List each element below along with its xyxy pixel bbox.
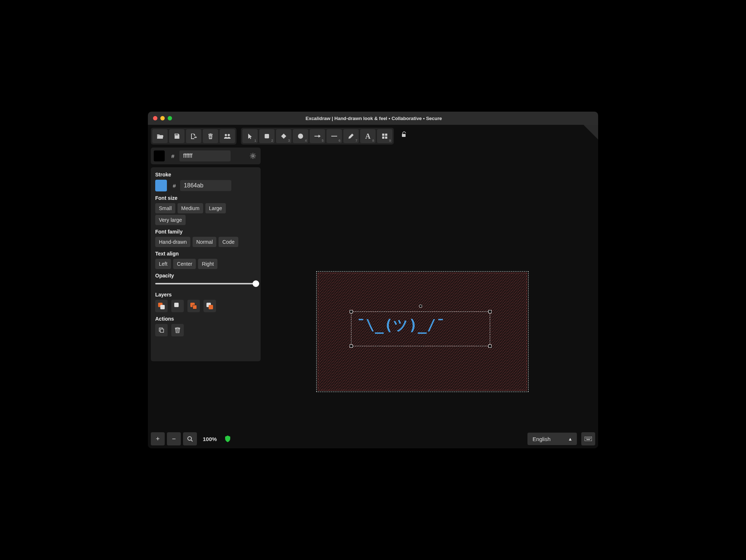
maximize-window[interactable] <box>168 116 172 120</box>
tool-number: 5 <box>322 139 324 142</box>
tool-library[interactable]: 9 <box>377 129 392 143</box>
svg-rect-28 <box>586 439 590 440</box>
bottom-bar: + − 100% English ▴ <box>151 432 595 445</box>
tool-toolbar: 1 2 3 4 5 <box>241 128 394 145</box>
tool-number: 2 <box>271 139 273 142</box>
zoom-out-button[interactable]: − <box>167 432 181 445</box>
svg-rect-2 <box>211 136 212 138</box>
tool-number: 1 <box>254 139 256 142</box>
collaborate-button[interactable] <box>220 129 235 143</box>
minimize-window[interactable] <box>160 116 165 120</box>
tool-number: 8 <box>372 139 374 142</box>
tool-draw[interactable]: 7 <box>343 129 359 143</box>
svg-rect-9 <box>382 134 384 136</box>
svg-rect-27 <box>590 438 591 438</box>
language-label: English <box>533 436 551 442</box>
top-bar: 1 2 3 4 5 <box>148 125 598 148</box>
tool-diamond[interactable]: 3 <box>276 129 291 143</box>
svg-rect-25 <box>588 438 589 438</box>
svg-rect-24 <box>587 438 588 438</box>
zoom-in-button[interactable]: + <box>151 432 165 445</box>
github-corner[interactable] <box>583 125 598 139</box>
resize-handle-sw[interactable] <box>350 344 353 348</box>
tool-number: 9 <box>389 139 391 142</box>
tool-ellipse[interactable]: 4 <box>293 129 308 143</box>
tool-number: 3 <box>288 139 290 142</box>
tool-number: 6 <box>339 139 340 142</box>
tool-text[interactable]: A 8 <box>360 129 376 143</box>
rotation-handle[interactable] <box>419 305 422 308</box>
svg-rect-26 <box>589 438 590 438</box>
zoom-value: 100% <box>199 436 220 442</box>
open-button[interactable] <box>152 129 168 143</box>
svg-point-6 <box>298 134 303 139</box>
svg-rect-0 <box>210 136 210 138</box>
svg-rect-1 <box>210 136 211 138</box>
text-element[interactable]: ¯\_(ツ)_/¯ <box>357 315 445 335</box>
keyboard-shortcuts-button[interactable] <box>581 432 595 445</box>
titlebar: Excalidraw | Hand-drawn look & feel • Co… <box>148 112 598 125</box>
traffic-lights <box>153 116 172 120</box>
svg-rect-12 <box>385 137 387 139</box>
tool-number: 7 <box>355 139 357 142</box>
app-window: Excalidraw | Hand-drawn look & feel • Co… <box>148 112 598 448</box>
encryption-shield-icon[interactable] <box>223 436 233 442</box>
svg-rect-22 <box>585 437 592 441</box>
resize-handle-ne[interactable] <box>488 310 492 313</box>
language-select[interactable]: English ▴ <box>527 433 577 445</box>
zoom-reset-button[interactable] <box>183 432 197 445</box>
export-button[interactable] <box>186 129 201 143</box>
window-title: Excalidraw | Hand-drawn look & feel • Co… <box>172 116 575 121</box>
resize-handle-nw[interactable] <box>350 310 353 313</box>
clear-button[interactable] <box>203 129 218 143</box>
lock-toggle[interactable] <box>398 128 410 141</box>
content: 1 2 3 4 5 <box>148 125 598 448</box>
save-button[interactable] <box>169 129 184 143</box>
tool-line[interactable]: 6 <box>327 129 342 143</box>
svg-rect-11 <box>382 137 384 139</box>
close-window[interactable] <box>153 116 157 120</box>
resize-handle-se[interactable] <box>488 344 492 348</box>
svg-point-4 <box>228 134 230 136</box>
svg-point-20 <box>188 437 191 440</box>
file-toolbar <box>151 128 236 145</box>
chevron-up-icon: ▴ <box>569 436 572 442</box>
tool-number: 4 <box>305 139 307 142</box>
tool-rectangle[interactable]: 2 <box>259 129 275 143</box>
svg-rect-10 <box>385 134 387 136</box>
svg-rect-23 <box>586 438 586 438</box>
svg-line-21 <box>191 440 193 441</box>
tool-selection[interactable]: 1 <box>242 129 258 143</box>
svg-rect-13 <box>402 134 406 137</box>
svg-rect-5 <box>265 134 269 138</box>
canvas[interactable]: ¯\_(ツ)_/¯ <box>148 147 598 430</box>
tool-arrow[interactable]: 5 <box>310 129 325 143</box>
svg-point-3 <box>225 134 227 136</box>
